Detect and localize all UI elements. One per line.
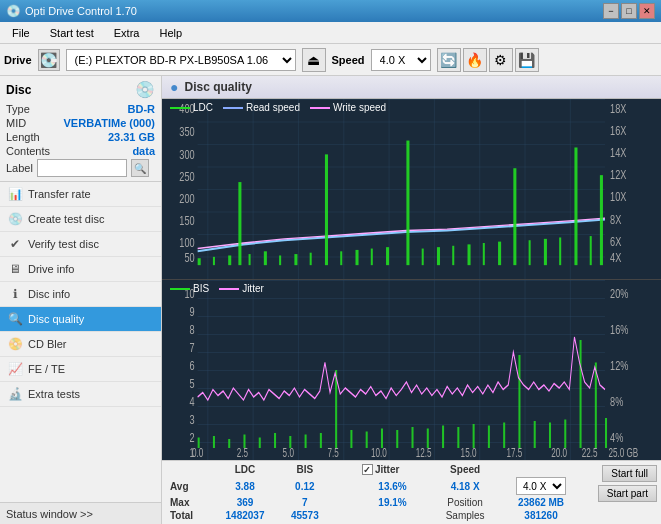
upper-legend: LDC Read speed Write speed (170, 102, 386, 113)
svg-rect-21 (249, 254, 251, 265)
svg-rect-29 (371, 249, 373, 266)
status-window-button[interactable]: Status window >> (0, 502, 161, 524)
svg-text:2.5: 2.5 (237, 446, 249, 459)
svg-rect-19 (228, 255, 231, 265)
drive-bar: Drive 💽 (E:) PLEXTOR BD-R PX-LB950SA 1.0… (0, 44, 661, 76)
svg-text:4: 4 (189, 394, 195, 408)
lower-chart-svg: 10 9 8 7 6 5 4 3 2 1 20% 16% 12% 8% 4% (162, 280, 661, 460)
nav-transfer-rate[interactable]: 📊 Transfer rate (0, 182, 161, 207)
maximize-button[interactable]: □ (621, 3, 637, 19)
app-icon: 💿 (6, 4, 21, 18)
legend-write-speed-label: Write speed (333, 102, 386, 113)
create-test-disc-icon: 💿 (8, 212, 22, 226)
drive-info-icon: 🖥 (8, 262, 22, 276)
legend-jitter: Jitter (219, 283, 264, 294)
disc-length-value: 23.31 GB (108, 131, 155, 143)
upper-chart-svg: 400 350 300 250 200 150 100 50 18X 16X 1… (162, 99, 661, 279)
nav-extra-tests[interactable]: 🔬 Extra tests (0, 382, 161, 407)
menu-help[interactable]: Help (151, 25, 190, 41)
start-part-button[interactable]: Start part (598, 485, 657, 502)
svg-rect-86 (412, 427, 414, 448)
svg-text:5: 5 (189, 376, 194, 390)
svg-text:2: 2 (189, 430, 194, 444)
stats-row: LDC BIS ✓ Jitter Speed (166, 463, 657, 522)
save-icon[interactable]: 💾 (515, 48, 539, 72)
nav-drive-info[interactable]: 🖥 Drive info (0, 257, 161, 282)
avg-jitter: 13.6% (354, 476, 431, 496)
svg-rect-45 (198, 280, 605, 460)
svg-rect-37 (498, 242, 501, 266)
start-full-button[interactable]: Start full (602, 465, 657, 482)
svg-rect-34 (452, 246, 454, 265)
svg-text:150: 150 (179, 214, 194, 228)
max-ldc: 369 (211, 496, 279, 509)
disc-mid-value: VERBATIMe (000) (64, 117, 155, 129)
menu-start-test[interactable]: Start test (42, 25, 102, 41)
drive-select[interactable]: (E:) PLEXTOR BD-R PX-LB950SA 1.06 (66, 49, 296, 71)
drive-action-icons: 🔄 🔥 ⚙ 💾 (437, 48, 539, 72)
svg-text:7: 7 (189, 340, 194, 354)
speed-label: Speed (332, 54, 365, 66)
svg-rect-28 (355, 250, 358, 265)
svg-rect-87 (427, 429, 429, 449)
burn-icon[interactable]: 🔥 (463, 48, 487, 72)
legend-jitter-label: Jitter (242, 283, 264, 294)
menu-extra[interactable]: Extra (106, 25, 148, 41)
disc-header: Disc 💿 (6, 80, 155, 99)
chart-header: ● Disc quality (162, 76, 661, 99)
chart-header-icon: ● (170, 79, 178, 95)
max-label: Max (166, 496, 211, 509)
jitter-checkbox[interactable]: ✓ (362, 464, 373, 475)
speed-value: 4.18 X (431, 476, 499, 496)
svg-text:15.0: 15.0 (461, 446, 477, 459)
speed-select[interactable]: 4.0 X (371, 49, 431, 71)
title-bar-text: 💿 Opti Drive Control 1.70 (6, 4, 137, 18)
legend-read-speed: Read speed (223, 102, 300, 113)
svg-rect-44 (600, 175, 603, 265)
disc-label-btn[interactable]: 🔍 (131, 159, 149, 177)
minimize-button[interactable]: − (603, 3, 619, 19)
svg-text:18X: 18X (610, 101, 627, 115)
nav-transfer-rate-label: Transfer rate (28, 188, 91, 200)
svg-rect-73 (213, 436, 215, 448)
legend-ldc: LDC (170, 102, 213, 113)
close-button[interactable]: ✕ (639, 3, 655, 19)
drive-eject-icon[interactable]: 💽 (38, 49, 60, 71)
nav-disc-quality[interactable]: 🔍 Disc quality (0, 307, 161, 332)
chart-area: ● Disc quality LDC Read speed (162, 76, 661, 524)
svg-text:12%: 12% (610, 358, 628, 372)
svg-text:350: 350 (179, 125, 194, 139)
svg-text:6X: 6X (610, 234, 622, 248)
stats-total-row: Total 1482037 45573 Samples 381260 (166, 509, 583, 522)
svg-text:50: 50 (184, 251, 194, 265)
settings-icon[interactable]: ⚙ (489, 48, 513, 72)
svg-text:10X: 10X (610, 190, 627, 204)
nav-verify-test-disc[interactable]: ✔ Verify test disc (0, 232, 161, 257)
svg-text:3: 3 (189, 412, 194, 426)
drive-action-eject[interactable]: ⏏ (302, 48, 326, 72)
svg-rect-82 (350, 430, 352, 448)
svg-text:8X: 8X (610, 212, 622, 226)
nav-fe-te[interactable]: 📈 FE / TE (0, 357, 161, 382)
nav-drive-info-label: Drive info (28, 263, 74, 275)
svg-text:7.5: 7.5 (327, 446, 339, 459)
svg-text:14X: 14X (610, 146, 627, 160)
nav-disc-info[interactable]: ℹ Disc info (0, 282, 161, 307)
disc-length-row: Length 23.31 GB (6, 131, 155, 143)
samples-value: 381260 (499, 509, 583, 522)
menu-file[interactable]: File (4, 25, 38, 41)
speed-select2[interactable]: 4.0 X (516, 477, 566, 495)
disc-label-input[interactable] (37, 159, 127, 177)
svg-rect-92 (503, 423, 505, 449)
nav-create-test-disc[interactable]: 💿 Create test disc (0, 207, 161, 232)
status-window-label: Status window >> (6, 508, 93, 520)
refresh-icon[interactable]: 🔄 (437, 48, 461, 72)
stats-area: LDC BIS ✓ Jitter Speed (162, 460, 661, 524)
disc-eject-icon[interactable]: 💿 (135, 80, 155, 99)
svg-rect-25 (310, 253, 312, 265)
svg-rect-26 (325, 154, 328, 265)
svg-text:8%: 8% (610, 394, 623, 408)
svg-rect-36 (483, 243, 485, 265)
nav-cd-bler[interactable]: 📀 CD Bler (0, 332, 161, 357)
svg-rect-95 (549, 423, 551, 449)
